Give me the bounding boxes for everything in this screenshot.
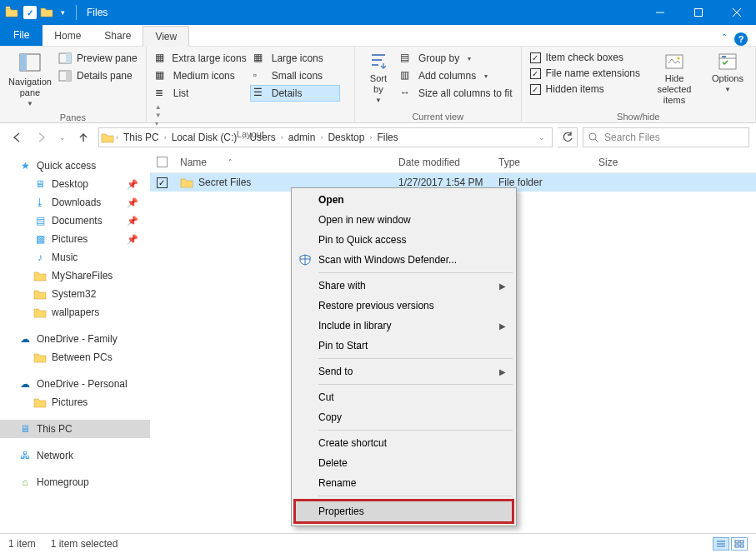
breadcrumb-thispc[interactable]: This PC xyxy=(120,132,163,143)
preview-pane-button[interactable]: Preview pane xyxy=(55,50,141,67)
navigation-pane-button[interactable]: Navigation pane ▼ xyxy=(5,48,55,111)
item-checkboxes-toggle[interactable]: ✓Item check boxes xyxy=(527,50,643,65)
sidebar-between-pcs[interactable]: Between PCs xyxy=(0,348,150,366)
sidebar-myshare[interactable]: MyShareFiles xyxy=(0,267,150,285)
column-header-date[interactable]: Date modified xyxy=(392,157,492,168)
tab-home[interactable]: Home xyxy=(43,25,93,46)
group-by-button[interactable]: ▤Group by▾ xyxy=(397,50,516,67)
ctx-share-with[interactable]: Share with▶ xyxy=(293,276,514,296)
column-header-size[interactable]: Size xyxy=(592,157,675,168)
ctx-defender[interactable]: Scan with Windows Defender... xyxy=(293,250,514,270)
minimize-button[interactable] xyxy=(641,0,679,25)
sidebar-system32[interactable]: System32 xyxy=(0,285,150,303)
sidebar-desktop[interactable]: 🖥Desktop📌 xyxy=(0,175,150,193)
recent-dropdown-button[interactable]: ⌄ xyxy=(57,127,68,147)
maximize-button[interactable] xyxy=(679,0,718,25)
onedrive-icon: ☁ xyxy=(18,332,32,346)
breadcrumb-files[interactable]: Files xyxy=(373,132,401,143)
details-pane-button[interactable]: Details pane xyxy=(55,67,141,84)
sidebar-od-pictures[interactable]: Pictures xyxy=(0,393,150,411)
large-icons-view-icon[interactable] xyxy=(731,537,748,551)
qat-newfolder-icon[interactable] xyxy=(40,6,55,19)
breadcrumb-sep-icon[interactable]: › xyxy=(116,133,118,142)
large-icons-button[interactable]: ▦Large icons xyxy=(250,50,340,67)
folder-icon xyxy=(5,6,20,19)
title-bar: ✓ ▾ Files xyxy=(0,0,756,25)
ctx-cut[interactable]: Cut xyxy=(293,387,514,407)
ribbon-tabs: File Home Share View ˆ ? xyxy=(0,25,756,47)
homegroup-icon: ⌂ xyxy=(18,476,32,489)
small-icons-button[interactable]: ▫Small icons xyxy=(250,67,340,84)
ctx-delete[interactable]: Delete xyxy=(293,453,514,473)
ctx-include-library[interactable]: Include in library▶ xyxy=(293,316,514,336)
svg-rect-16 xyxy=(735,541,738,543)
svg-rect-8 xyxy=(66,53,71,63)
back-button[interactable] xyxy=(7,127,27,147)
hide-selected-button[interactable]: Hide selected items xyxy=(643,48,705,109)
details-button[interactable]: ☰Details xyxy=(250,85,340,102)
sidebar-quick-access[interactable]: ★Quick access xyxy=(0,157,150,175)
address-dropdown-icon[interactable]: ⌄ xyxy=(533,133,550,142)
search-input[interactable]: Search Files xyxy=(583,127,749,147)
sort-by-button[interactable]: Sort by ▼ xyxy=(360,48,397,107)
sidebar-network[interactable]: 🖧Network xyxy=(0,446,150,465)
help-icon[interactable]: ? xyxy=(734,32,748,46)
list-button[interactable]: ≣List xyxy=(152,85,250,102)
sidebar-documents[interactable]: ▤Documents📌 xyxy=(0,212,150,230)
options-button[interactable]: Options ▼ xyxy=(705,48,750,97)
refresh-button[interactable] xyxy=(558,127,578,147)
tab-share[interactable]: Share xyxy=(93,25,143,46)
close-button[interactable] xyxy=(718,0,756,25)
ctx-pin-quick[interactable]: Pin to Quick access xyxy=(293,230,514,250)
sidebar-this-pc[interactable]: 🖥This PC xyxy=(0,420,150,438)
select-all-checkbox[interactable] xyxy=(150,157,173,167)
ribbon-collapse-icon[interactable]: ˆ xyxy=(723,33,726,45)
sidebar-onedrive-family[interactable]: ☁OneDrive - Family xyxy=(0,330,150,348)
up-button[interactable] xyxy=(73,127,93,147)
sidebar-downloads[interactable]: ⭳Downloads📌 xyxy=(0,193,150,212)
window-title: Files xyxy=(87,7,108,18)
layout-scroll-up-icon[interactable]: ▲ xyxy=(155,103,162,111)
sidebar-wallpapers[interactable]: wallpapers xyxy=(0,303,150,321)
column-header-name[interactable]: Name˄ xyxy=(173,157,392,168)
ctx-send-to[interactable]: Send to▶ xyxy=(293,361,514,381)
column-header-type[interactable]: Type xyxy=(492,157,592,168)
breadcrumb-localdisk[interactable]: Local Disk (C:) xyxy=(168,132,241,143)
file-extensions-toggle[interactable]: ✓File name extensions xyxy=(527,66,643,81)
file-date: 1/27/2017 1:54 PM xyxy=(398,177,483,188)
layout-more-icon[interactable]: ▾ xyxy=(155,120,162,127)
extra-large-icons-button[interactable]: ▦Extra large icons xyxy=(152,50,250,67)
forward-button[interactable] xyxy=(32,127,52,147)
breadcrumb-desktop[interactable]: Desktop xyxy=(324,132,368,143)
sidebar-onedrive-personal[interactable]: ☁OneDrive - Personal xyxy=(0,375,150,393)
medium-icons-button[interactable]: ▦Medium icons xyxy=(152,67,250,84)
ribbon-group-showhide: ✓Item check boxes ✓File name extensions … xyxy=(522,47,756,123)
ctx-pin-start[interactable]: Pin to Start xyxy=(293,336,514,356)
breadcrumb-users[interactable]: Users xyxy=(246,132,278,143)
sidebar-homegroup[interactable]: ⌂Homegroup xyxy=(0,473,150,491)
size-columns-button[interactable]: ↔Size all columns to fit xyxy=(397,85,516,102)
sidebar-pictures[interactable]: ▩Pictures📌 xyxy=(0,230,150,248)
ctx-open[interactable]: Open xyxy=(293,190,514,210)
details-view-icon[interactable] xyxy=(713,537,729,551)
tab-view[interactable]: View xyxy=(143,26,189,47)
ctx-shortcut[interactable]: Create shortcut xyxy=(293,433,514,453)
qat-properties-icon[interactable]: ✓ xyxy=(23,6,37,19)
status-count: 1 item xyxy=(8,538,36,550)
row-checkbox[interactable]: ✓ xyxy=(157,177,168,188)
address-bar[interactable]: › This PC› Local Disk (C:)› Users› admin… xyxy=(98,127,553,147)
ctx-open-new[interactable]: Open in new window xyxy=(293,210,514,230)
svg-rect-2 xyxy=(695,9,703,17)
sidebar-music[interactable]: ♪Music xyxy=(0,248,150,267)
breadcrumb-admin[interactable]: admin xyxy=(285,132,319,143)
layout-scroll-down-icon[interactable]: ▼ xyxy=(155,112,162,119)
qat-dropdown-icon[interactable]: ▾ xyxy=(58,8,68,17)
ctx-copy[interactable]: Copy xyxy=(293,407,514,427)
ctx-rename[interactable]: Rename xyxy=(293,473,514,493)
hidden-items-toggle[interactable]: ✓Hidden items xyxy=(527,82,643,97)
add-columns-button[interactable]: ▥Add columns▾ xyxy=(397,67,516,84)
tab-file[interactable]: File xyxy=(0,24,43,46)
ctx-restore[interactable]: Restore previous versions xyxy=(293,296,514,316)
ctx-properties-highlighted[interactable]: Properties xyxy=(293,499,514,524)
svg-rect-6 xyxy=(20,54,27,71)
